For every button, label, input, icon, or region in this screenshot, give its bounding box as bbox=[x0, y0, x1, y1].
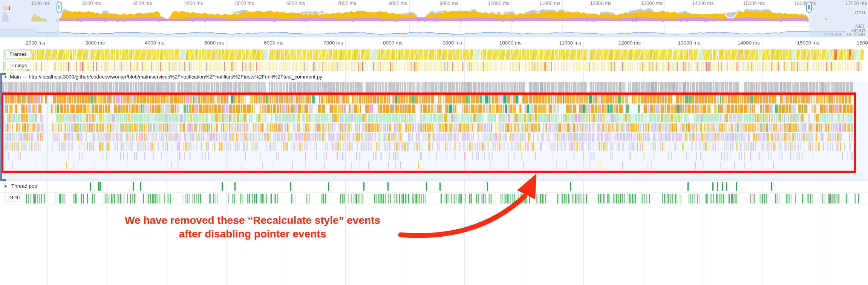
overview-tick-label: 4000 ms bbox=[184, 0, 203, 6]
overview-tick-label: 2000 ms bbox=[82, 0, 101, 6]
annotation-line-1: We have removed these “Recalculate style… bbox=[75, 214, 430, 227]
network-request-stripe-red bbox=[9, 6, 10, 10]
thread-pool-event-tick[interactable] bbox=[712, 182, 713, 191]
timeline-overview[interactable]: 1000 ms2000 ms3000 ms4000 ms5000 ms6000 … bbox=[0, 0, 868, 37]
performance-panel: 1000 ms2000 ms3000 ms4000 ms5000 ms6000 … bbox=[0, 0, 868, 285]
thread-pool-event-tick[interactable] bbox=[363, 182, 364, 191]
ruler-tick-label: 5000 ms bbox=[204, 40, 224, 46]
main-track-title: Main — http://localhost:3000/github/code… bbox=[10, 74, 322, 80]
overview-tick-label: 16000 ms bbox=[794, 0, 816, 6]
overview-chart-canvas[interactable] bbox=[0, 0, 868, 37]
thread-pool-event-tick[interactable] bbox=[133, 182, 134, 191]
timings-track[interactable]: Timings bbox=[0, 61, 868, 72]
overview-tick-label: 11000 ms bbox=[539, 0, 560, 6]
ruler-tick-label: 15000 ms bbox=[797, 40, 819, 46]
ruler-tick-label: 7000 ms bbox=[323, 40, 343, 46]
frames-track[interactable]: Frames bbox=[0, 49, 868, 61]
timings-track-label[interactable]: Timings bbox=[5, 62, 31, 69]
timings-track-canvas[interactable] bbox=[0, 61, 868, 72]
overview-tick-label: 10000 ms bbox=[488, 0, 509, 6]
ruler-tick-label: 10000 ms bbox=[499, 40, 522, 46]
thread-pool-event-tick[interactable] bbox=[328, 182, 329, 191]
thread-pool-event-tick[interactable] bbox=[736, 182, 737, 191]
selection-handle-left[interactable] bbox=[57, 2, 62, 13]
thread-pool-event-tick[interactable] bbox=[90, 182, 91, 191]
thread-pool-label[interactable]: Thread pool bbox=[11, 183, 38, 189]
heap-range-value: 22.9 MB – 65.9 MB bbox=[824, 32, 865, 37]
thread-pool-event-tick[interactable] bbox=[290, 182, 291, 191]
overview-tick-label: 17000 ms bbox=[845, 0, 867, 6]
thread-pool-event-tick[interactable] bbox=[222, 182, 223, 191]
overview-tick-label: 5000 ms bbox=[235, 0, 254, 6]
annotation-text: We have removed these “Recalculate style… bbox=[75, 214, 430, 241]
thread-pool-event-tick[interactable] bbox=[717, 182, 718, 191]
overview-tick-label: 7000 ms bbox=[337, 0, 356, 6]
thread-pool-event-tick[interactable] bbox=[771, 182, 772, 191]
overview-tick-label: 8000 ms bbox=[389, 0, 407, 6]
thread-pool-event-tick[interactable] bbox=[100, 182, 101, 191]
overview-tick-label: 14000 ms bbox=[692, 0, 713, 6]
ruler-tick-label: 13000 ms bbox=[678, 40, 700, 46]
thread-pool-event-tick[interactable] bbox=[387, 182, 389, 191]
thread-pool-event-tick[interactable] bbox=[722, 182, 723, 191]
ruler-tick-label: 9000 ms bbox=[442, 40, 462, 46]
expand-triangle-icon[interactable]: ▶ bbox=[5, 184, 8, 188]
ruler-tick-label: 4000 ms bbox=[145, 40, 164, 46]
frames-track-label[interactable]: Frames bbox=[5, 50, 31, 58]
ruler-tick-label: 12000 ms bbox=[618, 40, 641, 46]
overview-tick-label: 13000 ms bbox=[641, 0, 663, 6]
gpu-track-label[interactable]: GPU bbox=[5, 194, 24, 202]
cpu-lane-label: CPU bbox=[855, 10, 865, 15]
ruler-tick-label: 11000 ms bbox=[559, 40, 581, 46]
overview-tick-label: 6000 ms bbox=[286, 0, 305, 6]
annotation-line-2: after disabling pointer events bbox=[75, 227, 430, 241]
annotation-arrow bbox=[392, 166, 550, 245]
overview-tick-label: 15000 ms bbox=[743, 0, 765, 6]
overview-tick-label: 1000 ms bbox=[31, 0, 50, 6]
ruler-tick-label: 3000 ms bbox=[85, 40, 105, 46]
ruler-tick-label: 14000 ms bbox=[738, 40, 760, 46]
network-request-stripe bbox=[3, 6, 9, 10]
thread-pool-event-tick[interactable] bbox=[234, 182, 236, 191]
main-track-header[interactable]: ▼Main — http://localhost:3000/github/cod… bbox=[0, 72, 868, 82]
overview-tick-label: 9000 ms bbox=[439, 0, 458, 6]
ruler-tick-label: 6000 ms bbox=[264, 40, 283, 46]
thread-pool-event-tick[interactable] bbox=[98, 182, 99, 191]
main-track-bracket bbox=[0, 73, 8, 181]
detail-ruler: 2000 ms3000 ms4000 ms5000 ms6000 ms7000 … bbox=[0, 37, 868, 49]
thread-pool-event-tick[interactable] bbox=[726, 182, 727, 191]
selection-handle-right[interactable] bbox=[806, 2, 812, 13]
thread-pool-event-tick[interactable] bbox=[687, 182, 689, 191]
warning-icon: ▲ bbox=[824, 16, 828, 21]
overview-tick-label: 3000 ms bbox=[133, 0, 152, 6]
ruler-tick-label: 8000 ms bbox=[383, 40, 403, 46]
thread-pool-event-tick[interactable] bbox=[570, 182, 571, 191]
frames-track-canvas[interactable] bbox=[0, 49, 868, 61]
ruler-tick-label: 2000 ms bbox=[26, 40, 45, 46]
thread-pool-event-tick[interactable] bbox=[140, 182, 141, 191]
ruler-tick-label: 16000 ms bbox=[857, 40, 868, 46]
highlight-box bbox=[1, 92, 856, 173]
overview-tick-label: 12000 ms bbox=[590, 0, 611, 6]
